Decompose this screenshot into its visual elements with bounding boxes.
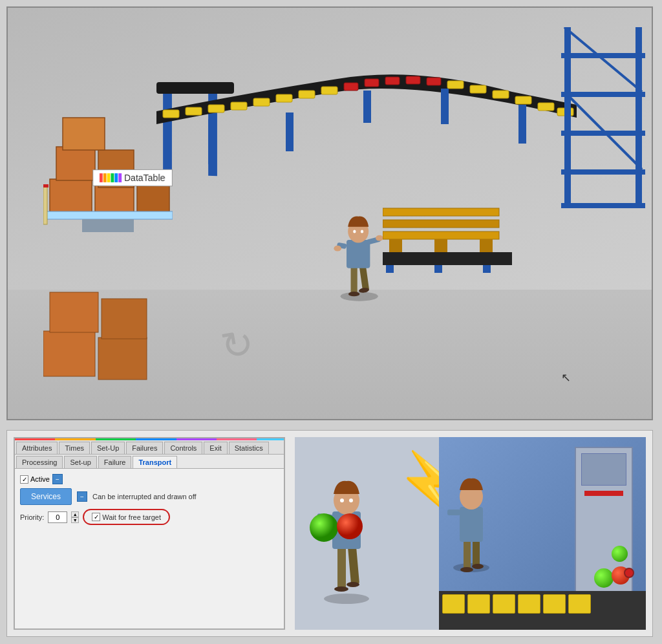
svg-rect-48 (383, 220, 499, 228)
svg-rect-11 (406, 76, 420, 84)
svg-rect-43 (43, 331, 95, 376)
dialog-content: ✓ Active − Services − Can be interrupted… (15, 469, 284, 628)
machine-body (575, 447, 633, 615)
machine-green-ball (594, 568, 614, 588)
pallet-table (383, 195, 512, 275)
svg-rect-16 (515, 96, 531, 104)
tab-failures[interactable]: Failures (126, 442, 163, 454)
svg-rect-3 (231, 102, 247, 110)
svg-rect-27 (561, 92, 645, 97)
wait-target-checkbox[interactable]: ✓ (92, 513, 100, 521)
svg-rect-22 (441, 89, 449, 124)
svg-rect-54 (386, 265, 394, 273)
tab-statistics[interactable]: Statistics (229, 442, 269, 454)
tab-attributes[interactable]: Attributes (16, 442, 58, 454)
svg-rect-14 (470, 85, 486, 93)
collapse-button[interactable]: − (52, 474, 63, 484)
svg-rect-49 (383, 231, 499, 239)
svg-rect-19 (208, 119, 216, 164)
svg-rect-39 (43, 211, 173, 219)
tab-controls[interactable]: Controls (164, 442, 202, 454)
tab-bar-sub: Processing Set-up Failure Transport (15, 455, 284, 469)
spin-down[interactable]: ▼ (71, 517, 79, 523)
tab-setup[interactable]: Set-Up (91, 442, 125, 454)
svg-rect-83 (464, 541, 471, 570)
tab-times[interactable]: Times (59, 442, 90, 454)
svg-rect-6 (299, 91, 315, 98)
svg-rect-62 (347, 240, 370, 268)
svg-point-86 (472, 564, 484, 569)
colorbar-yellow (107, 173, 111, 182)
svg-rect-55 (434, 265, 442, 273)
svg-rect-47 (383, 208, 499, 216)
conveyor-svg (156, 40, 577, 169)
machine-area (439, 437, 646, 630)
svg-rect-46 (101, 299, 147, 339)
svg-rect-9 (365, 79, 379, 87)
worker-figure (331, 189, 383, 307)
svg-rect-44 (98, 338, 147, 380)
svg-rect-20 (286, 113, 294, 151)
svg-rect-52 (480, 239, 493, 252)
wait-target-label: Wait for free target (102, 513, 161, 521)
svg-point-60 (348, 292, 359, 296)
svg-line-31 (564, 27, 642, 92)
red-button[interactable] (624, 568, 634, 578)
svg-rect-10 (385, 77, 400, 85)
spin-up[interactable]: ▲ (71, 511, 79, 517)
svg-rect-50 (389, 239, 402, 252)
bottom-panel: Attributes Times Set-Up Failures Control… (6, 430, 653, 637)
priority-row: Priority: ▲ ▼ ✓ Wait for free target (20, 509, 279, 525)
small-green-ball (612, 546, 628, 562)
tab-failure[interactable]: Failure (98, 456, 132, 468)
conveyor-bottom (439, 591, 646, 630)
active-row: ✓ Active − (20, 474, 279, 484)
active-checkbox-label: ✓ Active (20, 475, 50, 484)
wait-target-checkbox-label: ✓ Wait for free target (92, 513, 161, 521)
svg-rect-53 (383, 252, 512, 265)
tab-processing[interactable]: Processing (16, 456, 63, 468)
svg-rect-38 (63, 118, 105, 150)
svg-rect-17 (538, 103, 554, 111)
services-collapse-btn[interactable]: − (77, 491, 87, 502)
datatable-colorbar (100, 173, 122, 182)
svg-rect-12 (427, 78, 441, 85)
svg-point-73 (334, 586, 348, 592)
tab-exit[interactable]: Exit (204, 442, 227, 454)
colorbar-blue (114, 173, 118, 182)
cursor: ↖ (561, 372, 571, 383)
svg-rect-36 (56, 147, 95, 180)
svg-rect-26 (561, 53, 645, 58)
svg-point-69 (361, 230, 363, 233)
priority-input[interactable] (48, 511, 67, 523)
shelf-frame (561, 27, 645, 208)
svg-rect-35 (137, 182, 169, 215)
colorbar-purple (118, 173, 122, 182)
svg-point-68 (353, 230, 356, 233)
datatable-text: DataTable (124, 173, 166, 183)
svg-rect-2 (208, 105, 224, 113)
priority-label: Priority: (20, 513, 44, 521)
tab-transport[interactable]: Transport (133, 456, 177, 468)
svg-rect-59 (359, 265, 370, 292)
package-group-front (43, 279, 160, 391)
svg-point-81 (337, 513, 363, 539)
svg-rect-21 (363, 91, 371, 123)
wait-target-container: ✓ Wait for free target (83, 509, 170, 525)
svg-rect-42 (43, 184, 48, 188)
dialog-panel: Attributes Times Set-Up Failures Control… (14, 437, 285, 630)
svg-rect-1 (186, 107, 202, 115)
services-row: Services − Can be interrupted and drawn … (20, 488, 279, 505)
status-balls (308, 502, 366, 555)
svg-rect-13 (447, 81, 464, 89)
svg-point-57 (341, 292, 378, 301)
svg-rect-34 (95, 186, 134, 215)
svg-point-80 (310, 513, 338, 542)
tab-setup-sub[interactable]: Set-up (64, 456, 96, 468)
svg-rect-88 (447, 510, 460, 515)
services-button[interactable]: Services (20, 488, 72, 505)
svg-rect-41 (43, 186, 47, 224)
svg-point-70 (324, 594, 369, 604)
svg-point-74 (347, 582, 359, 587)
active-checkbox[interactable]: ✓ (20, 475, 28, 484)
